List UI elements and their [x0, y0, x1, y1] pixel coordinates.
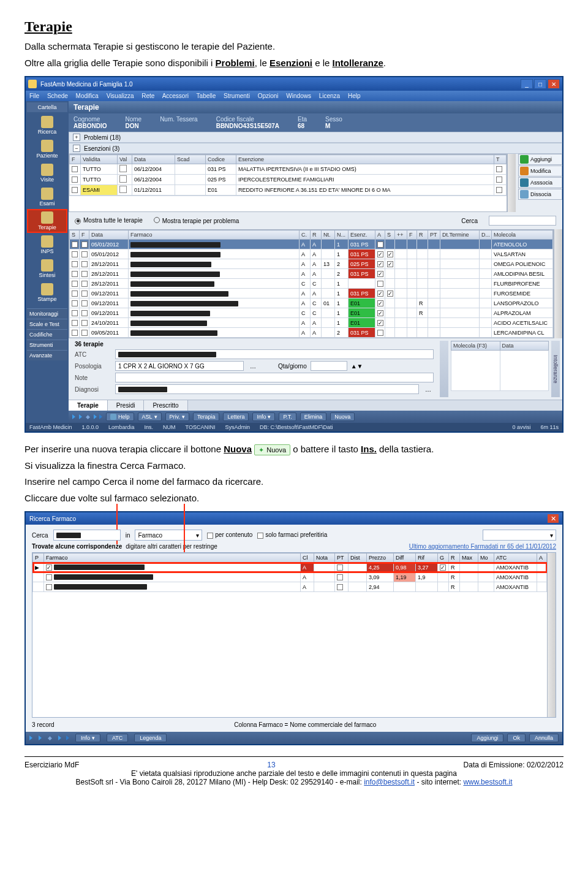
tab-terapie[interactable]: Terapie	[69, 400, 108, 411]
table-row[interactable]: 05/01/2012AA1031 PSVALSARTAN	[70, 249, 553, 259]
sidenav-lower-item[interactable]: Monitoraggi	[27, 308, 67, 319]
intolleranze-right-panel[interactable]: Intolleranze	[551, 341, 560, 397]
btn-aggiungi[interactable]: Aggiungi	[518, 154, 562, 165]
dialog-close-button[interactable]: ✕	[548, 514, 559, 523]
chk-solo-preferiti[interactable]: solo farmaci preferitiria	[257, 531, 327, 538]
results-table[interactable]: PFarmacoClNotaPTDistPrezzoDiffRifGRMaxMo…	[32, 553, 547, 592]
asl-button[interactable]: ASL ▾	[138, 412, 162, 421]
chk-per-contenuto[interactable]: per contenuto	[207, 531, 252, 538]
tab-presidi[interactable]: Presidi	[108, 400, 145, 411]
terapie-table[interactable]: SFDataFarmacoC.RNt.N...Esenz.AS++FRPTDt.…	[69, 230, 553, 338]
table-row[interactable]: A3,091,191,9RAMOXANTIB	[33, 572, 547, 582]
table-row[interactable]: 24/10/2011AA1E01ACIDO ACETILSALIC	[70, 318, 553, 328]
sidenav-item-terapie[interactable]: Terapie	[27, 209, 67, 233]
menu-item[interactable]: Strumenti	[224, 93, 250, 99]
menu-item[interactable]: Help	[348, 93, 361, 99]
radio-all[interactable]: Mostra tutte le terapie	[75, 217, 143, 224]
esenzioni-table[interactable]: F Validita Val Data Scad Codice Esenzion…	[69, 154, 507, 196]
dlg-annulla-button[interactable]: Annulla	[529, 734, 559, 742]
sidenav-item-sintesi[interactable]: Sintesi	[27, 257, 67, 281]
radio-per-problema[interactable]: Mostra terapie per problema	[154, 217, 239, 224]
sidenav-item-visite[interactable]: Visite	[27, 161, 67, 185]
posologia-input[interactable]: 1 CPR X 2 AL GIORNO X 7 GG	[115, 361, 244, 371]
sidenav-item-inps[interactable]: INPS	[27, 233, 67, 257]
menu-item[interactable]: Visualizza	[107, 93, 134, 99]
arrow-next-icon[interactable]	[58, 735, 61, 740]
arrow-first-icon[interactable]	[29, 735, 32, 740]
terapia-button[interactable]: Terapia	[193, 412, 220, 421]
table-row[interactable]: 28/12/2011AA2031 PSAMLODIPINA BESIL	[70, 269, 553, 279]
table-row[interactable]: 28/12/2011CC1FLURBIPROFENE	[70, 279, 553, 289]
menu-item[interactable]: Licenza	[319, 93, 340, 99]
sidenav-item-ricerca[interactable]: Ricerca	[27, 113, 67, 137]
dialog-titlebar[interactable]: Ricerca Farmaco ✕	[26, 512, 562, 525]
diagnosi-more[interactable]: …	[423, 386, 434, 393]
intolleranze-left-panel[interactable]	[440, 341, 448, 397]
priv-button[interactable]: Priv. ▾	[165, 412, 189, 421]
problemi-expander[interactable]: +Problemi (18)	[69, 132, 562, 143]
cerca-farmaco-input[interactable]	[53, 530, 121, 541]
lettera-button[interactable]: Lettera	[223, 412, 249, 421]
help-button[interactable]: Help	[106, 412, 134, 421]
arrow-next-icon[interactable]	[94, 414, 97, 419]
window-maximize-button[interactable]: □	[534, 79, 546, 89]
scrollbar-vertical[interactable]	[507, 154, 516, 212]
window-minimize-button[interactable]: _	[521, 79, 533, 89]
note-input[interactable]	[115, 373, 434, 382]
sidenav-lower-item[interactable]: Strumenti	[27, 340, 67, 350]
menu-item[interactable]: Opzioni	[258, 93, 279, 99]
stepper-icon[interactable]: ▲▼	[351, 363, 363, 370]
sidenav-item-esami[interactable]: Esami	[27, 185, 67, 209]
nuova-button[interactable]: Nuova	[330, 412, 355, 421]
sidenav-lower-item[interactable]: Codifiche	[27, 329, 67, 340]
footer-site-link[interactable]: www.bestsoft.it	[463, 778, 512, 786]
dlg-atc-button[interactable]: ATC	[107, 734, 128, 742]
arrow-prev-icon[interactable]	[39, 735, 42, 740]
scrollbar-vertical[interactable]	[554, 229, 562, 338]
window-titlebar[interactable]: FastAmb Medicina di Famiglia 1.0 _ □ ✕	[26, 77, 562, 91]
arrow-last-icon[interactable]	[66, 735, 69, 740]
in-combo[interactable]: Farmaco▾	[135, 530, 202, 541]
diagnosi-input[interactable]	[115, 384, 419, 394]
menu-item[interactable]: Schede	[47, 93, 68, 99]
table-row[interactable]: 09/12/2011AA1031 PSFUROSEMIDE	[70, 289, 553, 298]
window-close-button[interactable]: ✕	[548, 79, 560, 89]
cerca-input[interactable]	[489, 216, 556, 226]
sidenav-lower-item[interactable]: Scale e Test	[27, 319, 67, 329]
table-row[interactable]: 09/12/2011CC1E01RALPRAZOLAM	[70, 308, 553, 318]
menu-item[interactable]: File	[29, 93, 39, 99]
table-row[interactable]: 28/12/2011AA132025 PSOMEGA POLIENOIC	[70, 259, 553, 269]
posologia-more[interactable]: …	[247, 363, 258, 370]
menu-item[interactable]: Modifica	[76, 93, 99, 99]
btn-modifica[interactable]: Modifica	[518, 165, 562, 177]
atc-input[interactable]	[115, 349, 434, 359]
pt-button[interactable]: P.T.	[279, 412, 296, 421]
table-row[interactable]: 05/01/2012AA1031 PSATENOLOLO	[70, 240, 553, 249]
elimina-button[interactable]: Elimina	[300, 412, 327, 421]
sidenav-lower-item[interactable]: Avanzate	[27, 350, 67, 360]
arrow-prev-icon[interactable]	[79, 414, 82, 419]
info-button[interactable]: Info ▾	[252, 412, 275, 421]
table-row[interactable]: TUTTO06/12/2004031 PSMALATTIA IPERTENSIV…	[70, 164, 507, 175]
esenzioni-expander[interactable]: −Esenzioni (3)	[69, 143, 562, 154]
table-row[interactable]: ESAMI01/12/2011E01REDDITO INFERIORE A 36…	[70, 185, 507, 196]
menu-item[interactable]: Accessori	[162, 93, 189, 99]
dlg-legenda-button[interactable]: Legenda	[134, 734, 167, 742]
tab-prescritto[interactable]: Prescritto	[144, 400, 187, 411]
btn-dissocia[interactable]: Dissocia	[518, 189, 562, 200]
table-row[interactable]: 09/05/2011AA2031 PSLERCANIDIPINA CL	[70, 328, 553, 338]
dlg-aggiungi-button[interactable]: Aggiungi	[471, 734, 503, 742]
scrollbar-vertical[interactable]	[547, 553, 556, 717]
arrow-first-icon[interactable]	[72, 414, 75, 419]
sidenav-item-paziente[interactable]: Paziente	[27, 137, 67, 161]
menu-item[interactable]: Rete	[141, 93, 154, 99]
table-row[interactable]: A2,94RAMOXANTIB	[33, 582, 547, 592]
menu-item[interactable]: Windows	[286, 93, 311, 99]
extra-combo[interactable]: ▾	[483, 530, 556, 541]
table-row[interactable]: ▶ A4,250,983,27RAMOXANTIB	[33, 563, 547, 572]
dlg-info-button[interactable]: Info ▾	[75, 734, 100, 742]
arrow-last-icon[interactable]	[99, 414, 102, 419]
menu-bar[interactable]: File Schede Modifica Visualizza Rete Acc…	[26, 91, 562, 101]
btn-associa[interactable]: Asssocia	[518, 177, 562, 188]
sidenav-item-stampe[interactable]: Stampe	[27, 281, 67, 305]
